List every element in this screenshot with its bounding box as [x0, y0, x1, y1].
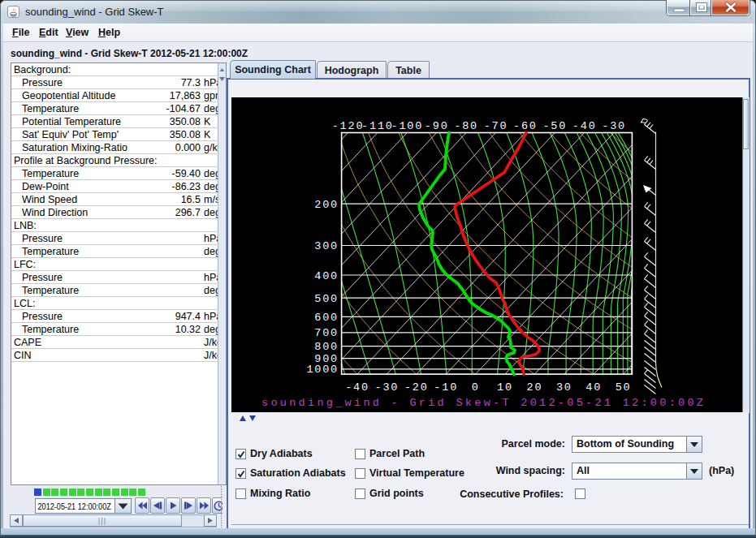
svg-text:1000: 1000: [306, 364, 339, 376]
svg-text:-110: -110: [361, 120, 394, 132]
svg-text:10: 10: [497, 381, 513, 394]
svg-text:500: 500: [314, 292, 339, 304]
svg-text:-60: -60: [513, 120, 538, 132]
svg-text:40: 40: [585, 381, 602, 394]
svg-text:20: 20: [526, 381, 542, 394]
svg-text:800: 800: [314, 341, 339, 353]
svg-text:30: 30: [556, 381, 572, 394]
svg-text:700: 700: [314, 327, 339, 339]
svg-text:-20: -20: [404, 381, 429, 394]
svg-text:-40: -40: [345, 381, 369, 394]
svg-text:-80: -80: [454, 120, 478, 132]
svg-text:50: 50: [616, 381, 632, 394]
svg-text:-90: -90: [425, 120, 449, 132]
svg-text:-30: -30: [602, 120, 626, 132]
svg-text:600: 600: [314, 311, 339, 323]
svg-text:-100: -100: [391, 120, 423, 132]
svg-text:-40: -40: [572, 120, 597, 132]
svg-text:0: 0: [472, 381, 480, 394]
svg-text:-70: -70: [484, 120, 508, 132]
svg-text:sounding_wind - Grid Skew-T 20: sounding_wind - Grid Skew-T 2012-05-21 1…: [261, 396, 706, 408]
svg-text:-120: -120: [332, 120, 365, 132]
svg-text:400: 400: [314, 269, 339, 282]
svg-text:-10: -10: [434, 381, 458, 394]
svg-text:-30: -30: [375, 381, 400, 394]
svg-text:200: 200: [314, 198, 339, 210]
svg-text:-50: -50: [542, 120, 567, 132]
svg-text:300: 300: [314, 240, 339, 252]
